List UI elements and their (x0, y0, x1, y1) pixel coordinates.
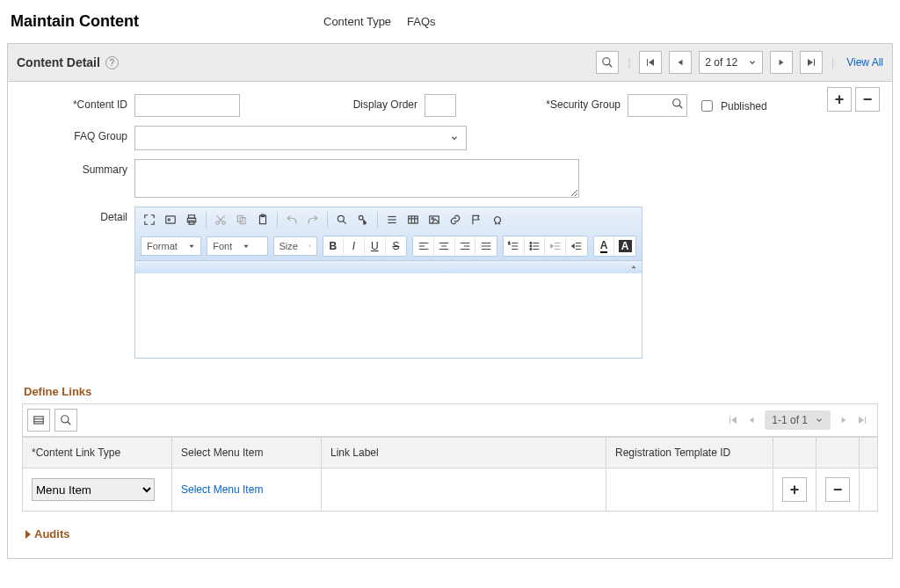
view-all-link[interactable]: View All (843, 56, 883, 69)
font-combo[interactable]: Font (207, 236, 267, 256)
svg-line-1 (609, 64, 613, 68)
separator: | (626, 56, 632, 69)
svg-marker-71 (631, 265, 635, 268)
grid-last-icon (857, 415, 867, 425)
outdent-icon (545, 236, 566, 256)
svg-marker-78 (731, 417, 737, 424)
svg-marker-39 (244, 245, 249, 248)
svg-marker-67 (572, 244, 574, 248)
svg-point-11 (168, 219, 170, 221)
ul-icon[interactable] (525, 236, 546, 256)
svg-rect-82 (865, 417, 866, 424)
expand-icon (25, 530, 31, 539)
table-icon[interactable] (404, 211, 422, 229)
link-type-select[interactable]: Menu Item (32, 478, 155, 501)
svg-marker-63 (550, 244, 552, 248)
size-combo[interactable]: Size (273, 236, 317, 256)
flag-icon[interactable] (468, 211, 485, 229)
svg-point-75 (62, 416, 69, 423)
svg-marker-38 (189, 245, 193, 248)
rte-content-area[interactable] (135, 273, 642, 358)
record-selector[interactable]: 2 of 12 (699, 51, 763, 74)
help-icon[interactable]: ? (105, 56, 119, 69)
published-checkbox[interactable] (701, 100, 713, 112)
align-justify-icon[interactable] (475, 236, 497, 256)
row-delete-button[interactable]: − (825, 477, 850, 502)
ol-icon[interactable]: 1 (504, 236, 525, 256)
cut-icon (212, 211, 229, 229)
format-combo[interactable]: Format (141, 236, 201, 256)
italic-icon[interactable]: I (344, 236, 365, 256)
delete-row-button[interactable]: − (855, 87, 880, 112)
print-icon[interactable] (183, 211, 200, 229)
content-type-value: FAQs (407, 15, 436, 28)
display-order-label: Display Order (240, 94, 425, 111)
list-icon[interactable] (383, 211, 401, 229)
content-id-input[interactable] (134, 94, 240, 117)
redo-icon (304, 211, 322, 229)
svg-point-59 (530, 249, 532, 250)
svg-rect-2 (647, 59, 648, 66)
separator (277, 212, 278, 228)
summary-textarea[interactable] (134, 159, 579, 198)
last-button[interactable] (800, 51, 823, 74)
image-icon[interactable] (425, 211, 443, 229)
col-reg-template[interactable]: Registration Template ID (606, 438, 773, 468)
preview-icon[interactable] (162, 211, 179, 229)
grid-pager[interactable]: 1-1 of 1 (765, 410, 831, 430)
svg-marker-4 (679, 60, 683, 66)
grid-find-icon[interactable] (54, 409, 77, 432)
separator: | (830, 56, 836, 69)
svg-point-8 (673, 99, 680, 106)
svg-line-9 (679, 105, 683, 109)
strike-icon[interactable]: S (386, 236, 407, 256)
svg-point-25 (359, 215, 363, 220)
first-button[interactable] (639, 51, 662, 74)
paste-icon[interactable] (254, 211, 272, 229)
col-link-type[interactable]: *Content Link Type (23, 438, 172, 468)
replace-icon[interactable]: b (354, 211, 372, 229)
copy-icon (233, 211, 250, 229)
maximize-icon[interactable] (141, 211, 158, 229)
align-center-icon[interactable] (434, 236, 455, 256)
grid-rows-icon[interactable] (27, 409, 50, 432)
indent-icon[interactable] (566, 236, 587, 256)
panel-title: Content Detail (17, 55, 100, 69)
display-order-input[interactable] (425, 94, 456, 117)
svg-text:1: 1 (508, 241, 511, 245)
find-button[interactable] (596, 51, 619, 74)
bold-icon[interactable]: B (323, 236, 345, 256)
col-link-label[interactable]: Link Label (322, 438, 606, 468)
underline-icon[interactable]: U (365, 236, 386, 256)
define-links-table: *Content Link Type Select Menu Item Link… (22, 437, 878, 512)
faq-group-select[interactable] (134, 126, 467, 150)
security-group-lookup-icon[interactable] (671, 98, 684, 110)
align-right-icon[interactable] (455, 236, 476, 256)
separator (327, 212, 328, 228)
svg-marker-3 (649, 59, 654, 66)
link-icon[interactable] (446, 211, 464, 229)
prev-button[interactable] (669, 51, 692, 74)
audits-toggle[interactable]: Audits (22, 512, 878, 541)
summary-label: Summary (22, 159, 134, 176)
record-pager-text: 2 of 12 (705, 56, 737, 69)
svg-rect-77 (729, 417, 730, 424)
define-links-heading: Define Links (22, 359, 878, 403)
find-icon[interactable] (333, 211, 351, 229)
add-row-button[interactable]: + (827, 87, 852, 112)
svg-rect-7 (814, 59, 815, 66)
next-button[interactable] (770, 51, 793, 74)
detail-label: Detail (22, 207, 134, 223)
bg-color-icon[interactable]: A (614, 236, 635, 256)
col-menu-item[interactable]: Select Menu Item (172, 438, 322, 468)
select-menu-item-link[interactable]: Select Menu Item (181, 483, 263, 496)
svg-point-57 (530, 243, 532, 244)
content-id-label: *Content ID (22, 94, 134, 111)
align-left-icon[interactable] (413, 236, 434, 256)
omega-icon[interactable] (489, 211, 506, 229)
svg-point-36 (432, 218, 433, 220)
text-color-icon[interactable]: A (594, 236, 615, 256)
rte-collapse-icon[interactable] (135, 261, 642, 273)
separator (377, 212, 378, 228)
row-add-button[interactable]: + (782, 477, 807, 502)
